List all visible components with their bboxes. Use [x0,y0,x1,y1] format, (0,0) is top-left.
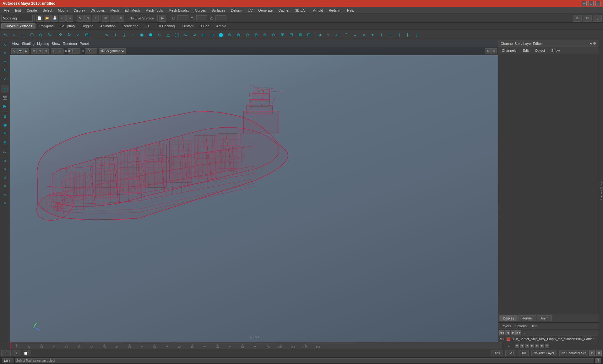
tab-custom[interactable]: Custom [179,24,197,29]
render-tab[interactable]: Render [518,315,536,321]
attribute-editor-strip[interactable]: Attribute Editor [599,40,603,342]
menu-deform[interactable]: Deform [228,8,245,13]
light-side[interactable]: ☀ [1,129,9,137]
surface-tool-6[interactable]: ⊂ [182,31,190,39]
tab-rendering[interactable]: Rendering [119,24,142,29]
deform-tool-10[interactable]: ⌉ [395,31,403,39]
menu-3dtall[interactable]: -3DtoAll- [291,8,310,13]
maximize-button[interactable]: □ [589,1,594,6]
tl-first-btn[interactable]: ⏮ [515,344,519,348]
redo-button[interactable]: ↪ [66,15,73,22]
surface-tool-4[interactable]: △ [164,31,172,39]
deform-tool-6[interactable]: ⌅ [360,31,368,39]
select-arrow-icon[interactable]: ↖ [1,31,9,39]
anim-end-frame-input[interactable] [492,351,503,356]
menu-edit[interactable]: Edit [13,8,24,13]
snap-curve-button[interactable]: 〜 [110,15,117,22]
show-menu[interactable]: Show [52,42,61,46]
fx-side-3[interactable]: ⊟ [1,165,9,173]
layers-label[interactable]: Layers [501,324,511,328]
menu-modify[interactable]: Modify [55,8,70,13]
surface-tool-13[interactable]: ⊙ [243,31,251,39]
rotate-tool-side[interactable]: ↻ [1,66,9,74]
display-side[interactable]: ◉ [1,121,9,129]
tab-fx[interactable]: FX [142,24,153,29]
surface-tool-18[interactable]: ⊟ [287,31,295,39]
menu-generate[interactable]: Generate [256,8,275,13]
tab-sculpting[interactable]: Sculpting [57,24,78,29]
menu-display[interactable]: Display [71,8,88,13]
menu-file[interactable]: File [1,8,12,13]
deform-tool-11[interactable]: ⌊ [404,31,412,39]
tl-next-btn[interactable]: ▶ [540,344,544,348]
help-label[interactable]: Help [530,324,538,328]
vp-select-btn[interactable]: ↖ [11,48,17,54]
tab-curves-surfaces[interactable]: Curves / Surfaces [1,23,35,29]
display-tab[interactable]: Display [499,315,518,321]
surface-tool-16[interactable]: ⊝ [269,31,278,39]
command-language-label[interactable]: MEL [2,358,14,363]
vp-grid3[interactable]: ⊟ [43,48,49,54]
tl-last-btn[interactable]: ⏭ [545,344,549,348]
deform-tool-1[interactable]: ⌀ [316,31,324,39]
y-coord-value[interactable] [196,15,207,21]
open-file-button[interactable]: 📂 [44,15,51,22]
move-tool-side[interactable]: ✛ [1,58,9,66]
select-tool-side[interactable]: ↖ [1,41,9,49]
menu-arnold[interactable]: Arnold [311,8,326,13]
surface-tool-10[interactable]: ⬤ [217,31,225,39]
channel-box-collapse-icon[interactable]: ◂ [590,41,592,46]
curve-tool-5[interactable]: ⌁ [129,31,137,39]
deform-tool-2[interactable]: ⌁ [324,31,333,39]
layer-v-toggle[interactable]: V [500,337,502,341]
render-button[interactable]: ▶ [159,15,166,22]
close-button[interactable]: ✕ [595,1,600,6]
scale-icon[interactable]: ⤢ [74,31,82,39]
surface-tool-12[interactable]: ⊗ [234,31,242,39]
menu-help[interactable]: Help [345,8,357,13]
transform-icon[interactable]: ⊞ [83,31,91,39]
z-coord-value[interactable] [215,15,226,21]
lasso-icon[interactable]: ⊙ [36,31,45,39]
scroll-right-button[interactable]: ▶▶ [516,330,521,335]
tab-rigging[interactable]: Rigging [79,24,96,29]
surface-tool-14[interactable]: ⊛ [252,31,260,39]
current-frame-input[interactable] [1,351,11,356]
lasso-select-button[interactable]: ⊙ [84,15,91,22]
vp-gamma-select[interactable]: sRGB gamma [99,48,126,54]
surface-tool-15[interactable]: ⊜ [261,31,269,39]
layer-side[interactable]: ⊞ [1,112,9,120]
circle-select-icon[interactable]: ○ [10,31,18,39]
module-selector[interactable]: Modeling [1,15,33,22]
tab-xgen[interactable]: XGen [197,24,212,29]
options-label[interactable]: Options [515,324,527,328]
minimize-button[interactable]: ─ [582,1,587,6]
command-help-icon[interactable]: ? [595,358,601,363]
view-menu[interactable]: View [12,42,19,46]
tab-polygons[interactable]: Polygons [36,24,57,29]
vp-right-btn2[interactable]: ⊗ [491,48,497,54]
vp-snap2[interactable]: ✕ [57,48,62,54]
menu-edit-mesh[interactable]: Edit Mesh [122,8,142,13]
deform-tool-3[interactable]: ⌂ [333,31,341,39]
deform-tool-12[interactable]: ⌋ [412,31,421,39]
range-end-input-2[interactable] [518,351,529,356]
tab-fx-caching[interactable]: FX Caching [154,24,178,29]
save-file-button[interactable]: 💾 [51,15,58,22]
undo-button[interactable]: ↩ [59,15,66,22]
deform-tool-8[interactable]: ⌇ [377,31,385,39]
shading-menu[interactable]: Shading [22,42,35,46]
menu-uv[interactable]: UV [245,8,255,13]
playback-checkbox[interactable] [24,352,27,355]
fx-side-6[interactable]: ⊛ [1,190,9,199]
vp-right-btn1[interactable]: ⊕ [485,48,491,54]
menu-mesh-tools[interactable]: Mesh Tools [143,8,165,13]
vp-render-btn[interactable]: ▶ [23,48,29,54]
render-side[interactable]: ▶ [1,102,9,110]
select-tool-button[interactable]: ↖ [77,15,84,22]
panels-menu[interactable]: Panels [80,42,90,46]
renderer-menu[interactable]: Renderer [63,42,77,46]
move-icon[interactable]: ✛ [56,31,64,39]
snap-point-button[interactable]: ⊕ [117,15,124,22]
timeline-ruler[interactable]: 0 5 10 15 20 25 30 35 40 45 50 55 60 65 … [10,342,503,349]
